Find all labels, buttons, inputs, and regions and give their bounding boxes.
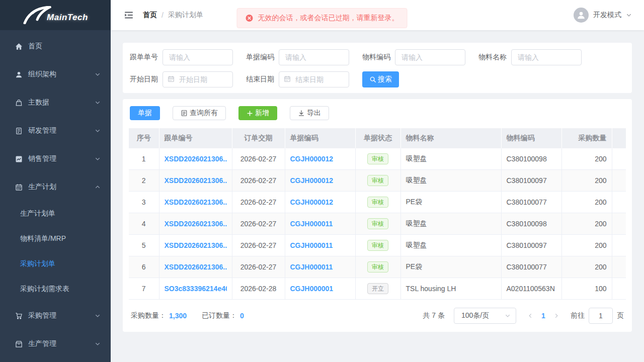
sidebar-item-production-plan[interactable]: 生产计划 <box>0 173 111 201</box>
doc-code-input[interactable] <box>279 49 349 65</box>
material-code-input[interactable] <box>395 49 465 65</box>
prev-page-icon[interactable] <box>524 313 536 319</box>
end-date-input[interactable] <box>279 71 349 87</box>
sidebar-item-master-data[interactable]: 主数据 <box>0 88 111 117</box>
document-button[interactable]: 单据 <box>130 106 160 120</box>
doc-no-link[interactable]: CGJH000012 <box>290 176 350 185</box>
cell-delivery-date: 2026-02-28 <box>232 278 285 300</box>
goto-page: 前往 页 <box>571 308 624 324</box>
start-date-input[interactable] <box>163 71 233 87</box>
add-button[interactable]: 新增 <box>238 106 277 120</box>
order-no-link[interactable]: XSDD2026021306.. <box>165 155 227 163</box>
table-body: 1XSDD2026021306..2026-02-27CGJH000012审核吸… <box>129 148 626 300</box>
order-no-link[interactable]: SO3c833396214e40 <box>165 285 227 293</box>
filter-label-material-code: 物料编码 <box>362 53 390 62</box>
cell-doc-no: CGJH000011 <box>285 256 355 278</box>
add-button-label: 新增 <box>255 109 269 118</box>
sidebar-item-label: 研发管理 <box>28 126 95 135</box>
page-size-select[interactable]: 100条/页 <box>454 308 516 324</box>
cell-delivery-date: 2026-02-27 <box>232 213 285 235</box>
pager: 1 <box>524 312 562 320</box>
submenu-production-plan: 生产计划单物料清单/MRP采购计划单采购计划需求表 <box>0 201 111 302</box>
doc-no-link[interactable]: CGJH000011 <box>290 220 350 228</box>
column-header: 物料编码 <box>501 128 561 148</box>
cell-qty: 200 <box>561 170 612 192</box>
export-button[interactable]: 导出 <box>290 106 329 120</box>
order-no-input[interactable] <box>163 49 233 65</box>
column-header: 物料名称 <box>400 128 501 148</box>
query-all-button[interactable]: 查询所有 <box>173 106 226 120</box>
top-header: 首页 / 采购计划单 无效的会话，或者会话已过期，请重新登录。 <box>111 0 644 30</box>
cell-qty: 200 <box>561 235 612 256</box>
sidebar-item-org[interactable]: 组织架构 <box>0 60 111 88</box>
goto-page-input[interactable] <box>589 308 613 324</box>
column-header-empty <box>612 128 626 148</box>
sidebar-subitem-production-plan-order[interactable]: 生产计划单 <box>0 201 111 226</box>
sidebar-subitem-purchase-plan-order[interactable]: 采购计划单 <box>0 251 111 277</box>
sidebar-item-rd[interactable]: 研发管理 <box>0 117 111 145</box>
doc-no-link[interactable]: CGJH000011 <box>290 263 350 271</box>
order-no-link[interactable]: XSDD2026021306.. <box>165 220 227 228</box>
filter-group-end-date: 结束日期 <box>246 71 349 87</box>
breadcrumb-home[interactable]: 首页 <box>143 11 157 20</box>
material-name-input[interactable] <box>511 49 582 65</box>
chevron-up-icon <box>95 184 101 190</box>
filter-label-doc-code: 单据编码 <box>246 53 274 62</box>
column-header: 单据编码 <box>285 128 355 148</box>
sidebar-item-label: 主数据 <box>28 98 95 107</box>
filter-group-material-code: 物料编码 <box>362 49 465 65</box>
filter-row-text: 跟单单号单据编码物料编码物料名称 <box>130 49 625 65</box>
doc-no-link[interactable]: CGJH000001 <box>290 285 350 293</box>
doc-no-link[interactable]: CGJH000012 <box>290 198 350 206</box>
table-header: 序号跟单编号订单交期单据编码单据状态物料名称物料编码采购数量 <box>129 128 626 148</box>
cell-seq: 4 <box>129 213 159 235</box>
collapse-sidebar-icon[interactable] <box>124 10 134 20</box>
cell-qty: 200 <box>561 148 612 170</box>
order-no-link[interactable]: XSDD2026021306.. <box>165 176 227 185</box>
sidebar-item-label: 销售管理 <box>28 154 95 163</box>
user-mode-label: 开发模式 <box>593 11 621 20</box>
chevron-down-icon <box>505 313 511 319</box>
error-toast-message: 无效的会话，或者会话已过期，请重新登录。 <box>258 14 399 23</box>
purchase-plan-table: 序号跟单编号订单交期单据编码单据状态物料名称物料编码采购数量 1XSDD2026… <box>129 128 626 300</box>
sidebar-subitem-label: 物料清单/MRP <box>20 234 66 243</box>
sidebar-item-purchase[interactable]: 采购管理 <box>0 302 111 330</box>
cell-extra <box>612 170 626 192</box>
cell-material-name: 吸塑盘 <box>400 213 501 235</box>
doc-no-link[interactable]: CGJH000011 <box>290 241 350 249</box>
sidebar-item-home[interactable]: 首页 <box>0 32 111 60</box>
next-page-icon[interactable] <box>550 313 562 319</box>
cell-seq: 2 <box>129 170 159 192</box>
user-menu[interactable]: 开发模式 <box>574 8 632 23</box>
column-header: 单据状态 <box>355 128 400 148</box>
order-no-link[interactable]: XSDD2026021306.. <box>165 241 227 249</box>
search-button[interactable]: 搜索 <box>362 71 399 87</box>
table-row: 2XSDD2026021306..2026-02-27CGJH000012审核吸… <box>129 170 626 192</box>
breadcrumb-current: 采购计划单 <box>168 11 203 20</box>
cell-extra <box>612 148 626 170</box>
cell-material-name: PE袋 <box>400 192 501 213</box>
order-no-link[interactable]: XSDD2026021306.. <box>165 198 227 206</box>
ordered-qty-label: 已订数量： <box>202 311 237 320</box>
doc-no-link[interactable]: CGJH000012 <box>290 155 350 163</box>
brand-name: MainTech <box>47 13 88 23</box>
cell-seq: 3 <box>129 192 159 213</box>
order-no-link[interactable]: XSDD2026021306.. <box>165 263 227 271</box>
cell-doc-no: CGJH000011 <box>285 213 355 235</box>
status-badge: 审核 <box>367 175 388 186</box>
page-number[interactable]: 1 <box>536 312 550 320</box>
avatar <box>574 8 589 23</box>
cell-status: 审核 <box>355 148 400 170</box>
sidebar-subitem-purchase-plan-demand[interactable]: 采购计划需求表 <box>0 277 111 302</box>
cell-seq: 7 <box>129 278 159 300</box>
cell-doc-no: CGJH000011 <box>285 235 355 256</box>
table-footer: 采购数量： 1,300 已订数量： 0 共 7 条 100条/页 <box>129 308 626 324</box>
sidebar-item-production[interactable]: 生产管理 <box>0 330 111 358</box>
chevron-down-icon <box>95 313 101 319</box>
sidebar-subitem-bom-mrp[interactable]: 物料清单/MRP <box>0 226 111 251</box>
sidebar-item-sales[interactable]: 销售管理 <box>0 145 111 173</box>
table-row: 1XSDD2026021306..2026-02-27CGJH000012审核吸… <box>129 148 626 170</box>
sidebar-item-label: 采购管理 <box>28 311 95 320</box>
cell-status: 审核 <box>355 256 400 278</box>
ordered-qty-stat: 已订数量： 0 <box>202 311 244 320</box>
